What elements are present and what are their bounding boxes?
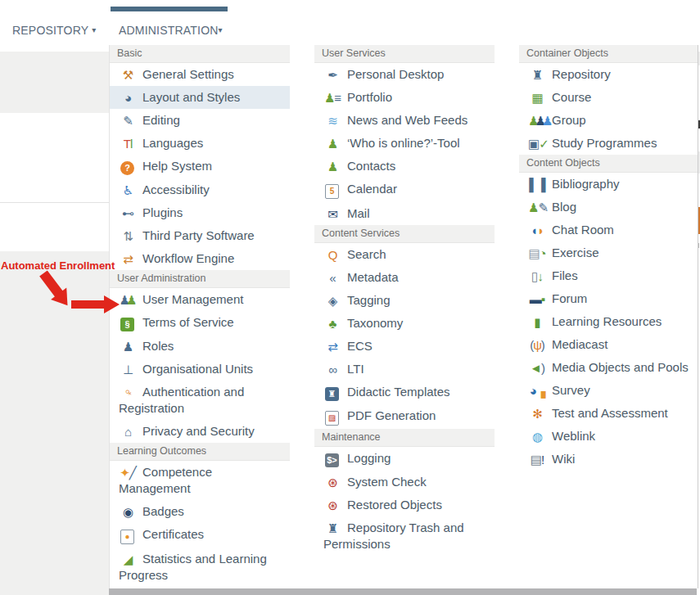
menu-item-who-is-online-tool[interactable]: ♟‘Who is online?’-Tool xyxy=(314,132,495,155)
page-background-row xyxy=(0,137,109,203)
menu-item-survey[interactable]: ◕▗Survey xyxy=(519,379,698,402)
menu-item-course[interactable]: ▦Course xyxy=(519,86,698,109)
menu-item-restored-objects[interactable]: ⊛Restored Objects xyxy=(314,494,495,516)
pie-icon: ◕▗ xyxy=(528,384,546,398)
menu-item-test-and-assessment[interactable]: ✻Test and Assessment xyxy=(519,402,698,425)
certificate-icon: ● xyxy=(120,530,134,544)
menu-item-certificates[interactable]: ●Certificates xyxy=(110,523,290,548)
menu-item-label: General Settings xyxy=(142,67,234,81)
menu-item-label: Contacts xyxy=(347,159,395,173)
menu-item-third-party-software[interactable]: ⇅Third Party Software xyxy=(110,224,290,247)
menu-item-plugins[interactable]: ⊷Plugins xyxy=(110,201,290,224)
menu-item-roles[interactable]: ♟Roles xyxy=(110,335,290,358)
menu-item-blog[interactable]: ♟✎Blog xyxy=(519,196,698,219)
menu-item-mail[interactable]: ✉Mail xyxy=(314,202,495,225)
menu-item-calendar[interactable]: 5Calendar xyxy=(314,178,495,202)
menu-item-label: User Management xyxy=(142,292,243,306)
menu-item-tagging[interactable]: ◈Tagging xyxy=(314,289,495,312)
menu-item-search[interactable]: QSearch xyxy=(314,243,495,266)
chevron-down-icon: ▾ xyxy=(219,25,223,34)
menu-item-label: Mail xyxy=(347,206,370,220)
menu-item-languages[interactable]: TlLanguages xyxy=(110,132,290,155)
metadata-icon: « xyxy=(323,271,341,285)
menu-item-competence-management[interactable]: ✦╱Competence Management xyxy=(110,461,290,500)
menu-item-label: Forum xyxy=(552,291,587,305)
section-header-maintenance: Maintenance xyxy=(314,429,495,447)
menu-item-label: Exercise xyxy=(552,246,599,259)
lifebuoy-icon: ⊛ xyxy=(323,476,341,489)
menu-item-wiki[interactable]: ▤!Wiki xyxy=(519,448,698,471)
menu-item-authentication-and-registration[interactable]: ♀Authentication and Registration xyxy=(110,381,290,420)
badge-icon: ◉ xyxy=(119,505,137,519)
menu-item-personal-desktop[interactable]: ✒Personal Desktop xyxy=(314,63,495,86)
menu-item-lti[interactable]: ∞LTI xyxy=(314,358,495,381)
tab-repository[interactable]: REPOSITORY ▾ xyxy=(12,0,102,45)
pencil-icon: ✎ xyxy=(119,114,137,128)
menu-item-repository[interactable]: ♜Repository xyxy=(519,63,698,86)
active-tab-accent xyxy=(111,7,228,11)
menu-item-didactic-templates[interactable]: ♜Didactic Templates xyxy=(314,381,495,404)
menu-item-label: Bibliography xyxy=(552,177,620,191)
menu-item-system-check[interactable]: ⊛System Check xyxy=(314,471,495,494)
menu-item-forum[interactable]: ▬▪Forum xyxy=(519,287,698,310)
menu-item-ecs[interactable]: ⇄ECS xyxy=(314,335,495,358)
menu-item-files[interactable]: ▯↓Files xyxy=(519,264,698,287)
menu-item-privacy-and-security[interactable]: ⌂Privacy and Security xyxy=(110,420,290,443)
menu-item-general-settings[interactable]: ⚒General Settings xyxy=(110,63,290,86)
forum-icon: ▬▪ xyxy=(528,292,546,306)
menu-item-accessibility[interactable]: ♿Accessibility xyxy=(110,178,290,201)
puzzle-icon: ✻ xyxy=(528,407,546,421)
menu-item-label: Files xyxy=(552,268,578,282)
lti-icon: ∞ xyxy=(323,363,341,376)
menu-item-taxonomy[interactable]: ♣Taxonomy xyxy=(314,312,495,335)
tab-administration[interactable]: ADMINISTRATION▾ xyxy=(111,0,233,45)
menu-item-exercise[interactable]: ▤◔Exercise xyxy=(519,241,698,264)
menu-item-repository-trash-and-permissions[interactable]: ♜Repository Trash and Permissions xyxy=(314,516,495,556)
menu-column-objects: Container Objects♜Repository▦Course♟♟♟Gr… xyxy=(519,45,698,471)
menu-column-basic: Basic⚒General Settings◕Layout and Styles… xyxy=(110,45,290,587)
ecs-icon: ⇄ xyxy=(323,340,341,354)
menu-item-terms-of-service[interactable]: §Terms of Service xyxy=(110,311,290,335)
menu-item-mediacast[interactable]: (ψ)Mediacast xyxy=(519,333,698,356)
menu-item-badges[interactable]: ◉Badges xyxy=(110,500,290,523)
menu-item-learning-resources[interactable]: ▮Learning Resources xyxy=(519,310,698,333)
menu-item-organisational-units[interactable]: ⊥Organisational Units xyxy=(110,358,290,381)
menu-item-study-programmes[interactable]: ▣✓Study Programmes xyxy=(519,132,698,155)
menu-item-label: Accessibility xyxy=(142,183,210,196)
page-background-block xyxy=(0,251,109,595)
menu-item-metadata[interactable]: «Metadata xyxy=(314,266,495,289)
menu-item-weblink[interactable]: ◍Weblink xyxy=(519,425,698,448)
temple-badge-icon: ♜ xyxy=(325,387,339,401)
sliders-icon: ⇅ xyxy=(119,229,137,243)
chat-icon: ◖◗ xyxy=(528,223,546,237)
menu-bottom-shadow xyxy=(109,588,697,595)
menu-item-news-and-web-feeds[interactable]: ≋News and Web Feeds xyxy=(314,109,495,132)
menu-item-user-management[interactable]: ♟♟User Management xyxy=(110,288,290,311)
menu-item-statistics-and-learning-progress[interactable]: ◢Statistics and Learning Progress xyxy=(110,548,290,587)
menu-item-label: Statistics and Learning Progress xyxy=(119,552,267,582)
menu-item-label: Workflow Engine xyxy=(142,251,234,265)
menu-item-label: Calendar xyxy=(347,182,397,196)
menu-item-pdf-generation[interactable]: ▨PDF Generation xyxy=(314,404,495,429)
menu-item-logging[interactable]: $>Logging xyxy=(314,447,495,471)
languages-icon: Tl xyxy=(119,137,137,151)
menu-item-group[interactable]: ♟♟♟Group xyxy=(519,109,698,132)
tree-icon: ♣ xyxy=(323,317,341,331)
menu-item-contacts[interactable]: ♟Contacts xyxy=(314,155,495,178)
top-navigation-bar: REPOSITORY ▾ ADMINISTRATION▾ xyxy=(0,0,700,52)
menu-item-workflow-engine[interactable]: ⇄Workflow Engine xyxy=(110,247,290,270)
menu-item-editing[interactable]: ✎Editing xyxy=(110,109,290,132)
temple-icon: ♜ xyxy=(323,521,341,535)
menu-item-media-objects-and-pools[interactable]: ◄)Media Objects and Pools xyxy=(519,356,698,379)
menu-item-bibliography[interactable]: ▌▐Bibliography xyxy=(519,173,698,196)
menu-item-label: News and Web Feeds xyxy=(347,113,467,127)
menu-item-label: Help System xyxy=(142,159,212,173)
menu-item-label: Organisational Units xyxy=(142,362,253,376)
menu-item-portfolio[interactable]: ♟≡Portfolio xyxy=(314,86,495,109)
menu-item-label: ‘Who is online?’-Tool xyxy=(347,136,460,150)
section-header-user-services: User Services xyxy=(314,45,495,63)
menu-item-help-system[interactable]: ?Help System xyxy=(110,155,290,178)
chart-icon: ◢ xyxy=(119,552,137,566)
menu-item-chat-room[interactable]: ◖◗Chat Room xyxy=(519,219,698,241)
menu-item-layout-and-styles[interactable]: ◕Layout and Styles xyxy=(110,86,290,109)
